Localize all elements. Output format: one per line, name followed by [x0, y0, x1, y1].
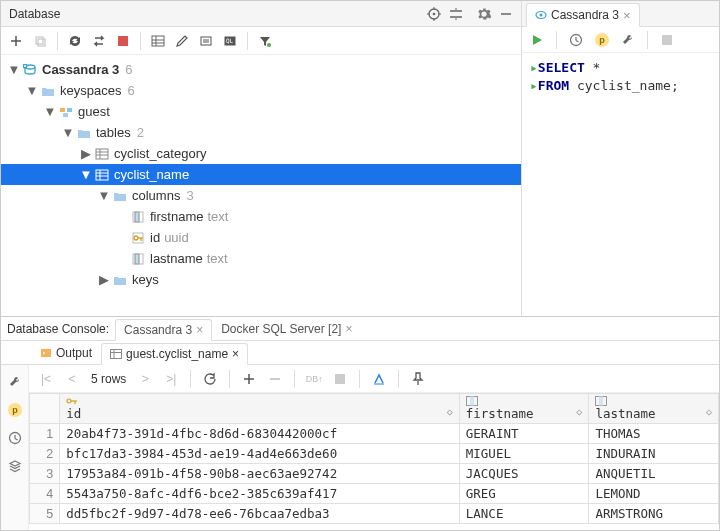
close-icon[interactable]: × [623, 8, 631, 23]
console-tab-docker[interactable]: Docker SQL Server [2] × [212, 318, 361, 340]
sql-editor[interactable]: ▸SELECT * ▸FROM cyclist_name; [522, 53, 719, 316]
svg-rect-55 [662, 35, 672, 45]
reload-icon[interactable] [199, 368, 221, 390]
svg-rect-76 [599, 397, 603, 406]
result-grid: id◇firstname◇lastname◇ 120ab4f73-391d-4f… [29, 393, 719, 524]
tree-tables-folder[interactable]: ▼ tables 2 [1, 122, 521, 143]
top-split: Database QL [1, 1, 719, 316]
svg-rect-15 [118, 36, 128, 46]
chevron-down-icon[interactable]: ▼ [7, 62, 21, 77]
history-icon[interactable] [4, 427, 26, 449]
cell-id[interactable]: 5543a750-8afc-4df6-bce2-385c639af417 [60, 484, 460, 504]
tree-schema-guest[interactable]: ▼ guest [1, 101, 521, 122]
add-row-icon[interactable] [238, 368, 260, 390]
refresh-icon[interactable] [64, 30, 86, 52]
stop-icon[interactable] [112, 30, 134, 52]
database-tree[interactable]: ▼ Cassandra 3 6 ▼ keyspaces 6 ▼ guest [1, 55, 521, 316]
run-icon[interactable] [526, 29, 548, 51]
table-row[interactable]: 120ab4f73-391d-4fbc-8d6d-6830442000cfGER… [30, 424, 719, 444]
ddl-icon[interactable] [195, 30, 217, 52]
chevron-down-icon[interactable]: ▼ [43, 104, 57, 119]
pending-badge-icon[interactable]: p [4, 399, 26, 421]
table-view-icon[interactable] [147, 30, 169, 52]
cell-id[interactable]: 17953a84-091b-4f58-90b8-aec63ae92742 [60, 464, 460, 484]
wrench-icon[interactable] [617, 29, 639, 51]
svg-text:QL: QL [226, 37, 234, 44]
chevron-down-icon[interactable]: ▼ [97, 188, 111, 203]
tree-table-cyclist-category[interactable]: ▶ cyclist_category [1, 143, 521, 164]
tree-table-cyclist-name[interactable]: ▼ cyclist_name [1, 164, 521, 185]
app-root: Database QL [0, 0, 720, 531]
edit-icon[interactable] [171, 30, 193, 52]
table-row[interactable]: 5dd5fbc2f-9d97-4d78-ee6-76bcaa7edba3LANC… [30, 504, 719, 524]
history-icon[interactable] [565, 29, 587, 51]
svg-rect-32 [96, 149, 108, 159]
cell-firstname[interactable]: GERAINT [459, 424, 589, 444]
tree-datasource[interactable]: ▼ Cassandra 3 6 [1, 59, 521, 80]
cell-firstname[interactable]: JACQUES [459, 464, 589, 484]
console-tab-cassandra[interactable]: Cassandra 3 × [115, 319, 212, 341]
tree-keys-folder[interactable]: ▶ keys [1, 269, 521, 290]
tree-keyspaces[interactable]: ▼ keyspaces 6 [1, 80, 521, 101]
cell-lastname[interactable]: ARMSTRONG [589, 504, 719, 524]
close-icon[interactable]: × [232, 347, 239, 361]
subtab-output[interactable]: Output [31, 342, 101, 364]
column-header-firstname[interactable]: firstname◇ [459, 394, 589, 424]
tree-column-firstname[interactable]: firstname text [1, 206, 521, 227]
chevron-down-icon[interactable]: ▼ [61, 125, 75, 140]
table-icon [93, 169, 111, 181]
chevron-down-icon[interactable]: ▼ [25, 83, 39, 98]
cell-firstname[interactable]: GREG [459, 484, 589, 504]
cell-firstname[interactable]: LANCE [459, 504, 589, 524]
column-header-id[interactable]: id◇ [60, 394, 460, 424]
tree-columns-folder[interactable]: ▼ columns 3 [1, 185, 521, 206]
close-icon[interactable]: × [196, 323, 203, 337]
submit-db-icon: DB↑ [303, 368, 325, 390]
stop-icon [656, 29, 678, 51]
chevron-down-icon[interactable]: ▼ [79, 167, 93, 182]
close-icon[interactable]: × [345, 322, 352, 336]
cell-lastname[interactable]: ANQUETIL [589, 464, 719, 484]
tree-label: Cassandra 3 [39, 62, 119, 77]
column-header-lastname[interactable]: lastname◇ [589, 394, 719, 424]
cell-id[interactable]: dd5fbc2f-9d97-4d78-ee6-76bcaa7edba3 [60, 504, 460, 524]
column-icon [129, 253, 147, 265]
cell-id[interactable]: 20ab4f73-391d-4fbc-8d6d-6830442000cf [60, 424, 460, 444]
filter-icon[interactable] [254, 30, 276, 52]
result-grid-scroll[interactable]: id◇firstname◇lastname◇ 120ab4f73-391d-4f… [29, 393, 719, 530]
tree-label: lastname [147, 251, 203, 266]
tree-column-lastname[interactable]: lastname text [1, 248, 521, 269]
cell-lastname[interactable]: INDURAIN [589, 444, 719, 464]
gear-icon[interactable] [473, 3, 495, 25]
row-number: 5 [30, 504, 60, 524]
cell-firstname[interactable]: MIGUEL [459, 444, 589, 464]
tab-label: guest.cyclist_name [126, 347, 228, 361]
tree-column-id[interactable]: id uuid [1, 227, 521, 248]
chevron-right-icon[interactable]: ▶ [79, 146, 93, 161]
editor-tabs: Cassandra 3 × [522, 1, 719, 27]
table-row[interactable]: 2bfc17da3-3984-453d-ae19-4ad4e663de60MIG… [30, 444, 719, 464]
cell-lastname[interactable]: LEMOND [589, 484, 719, 504]
cell-id[interactable]: bfc17da3-3984-453d-ae19-4ad4e663de60 [60, 444, 460, 464]
split-icon[interactable] [445, 3, 467, 25]
svg-rect-40 [135, 212, 139, 222]
compare-icon[interactable] [368, 368, 390, 390]
editor-tab-cassandra[interactable]: Cassandra 3 × [526, 3, 640, 27]
sync-icon[interactable] [88, 30, 110, 52]
subtab-result[interactable]: guest.cyclist_name × [101, 343, 248, 365]
console-icon[interactable]: QL [219, 30, 241, 52]
cell-lastname[interactable]: THOMAS [589, 424, 719, 444]
table-row[interactable]: 317953a84-091b-4f58-90b8-aec63ae92742JAC… [30, 464, 719, 484]
console-tabbar: Database Console: Cassandra 3 × Docker S… [1, 317, 719, 341]
target-icon[interactable] [423, 3, 445, 25]
svg-rect-74 [470, 397, 474, 406]
wrench-icon[interactable] [4, 371, 26, 393]
layers-icon[interactable] [4, 455, 26, 477]
pending-badge-icon[interactable]: p [591, 29, 613, 51]
svg-rect-14 [38, 39, 45, 46]
add-icon[interactable] [5, 30, 27, 52]
table-row[interactable]: 45543a750-8afc-4df6-bce2-385c639af417GRE… [30, 484, 719, 504]
chevron-right-icon[interactable]: ▶ [97, 272, 111, 287]
minimize-icon[interactable] [495, 3, 517, 25]
pin-icon[interactable] [407, 368, 429, 390]
